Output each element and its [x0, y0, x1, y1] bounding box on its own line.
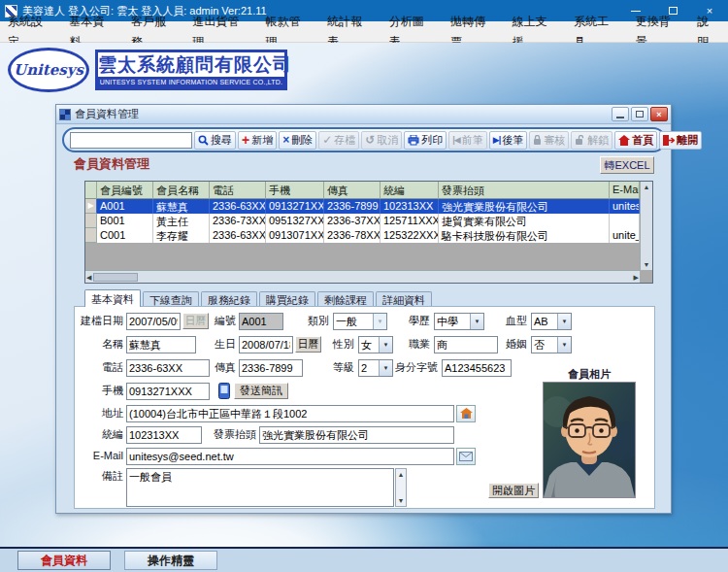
tab-service-records[interactable]: 服務紀錄 — [201, 291, 257, 307]
table-row[interactable]: ▶ A001 蘇慧真 2336-63XX 0913271XXX 2336-789… — [85, 199, 640, 214]
birthday-calendar-button[interactable]: 日曆 — [295, 336, 321, 353]
col-member-name[interactable]: 會員名稱 — [153, 182, 210, 199]
fax-input[interactable] — [239, 359, 303, 377]
cancel-button[interactable]: ↺取消 — [361, 131, 402, 150]
id-number-input[interactable] — [442, 359, 512, 377]
scroll-right-icon[interactable]: ▶ — [634, 272, 639, 283]
blood-type-label: 血型 — [498, 313, 527, 329]
task-operation-wizard[interactable]: 操作精靈 — [124, 551, 217, 570]
page-title: 會員資料管理 — [74, 155, 149, 173]
map-button[interactable] — [456, 405, 476, 422]
scroll-left-icon[interactable]: ◀ — [86, 272, 91, 283]
created-date-input[interactable] — [126, 313, 181, 330]
name-input[interactable] — [126, 336, 196, 353]
cell-fax: 2336-78XX — [324, 228, 381, 243]
company-banner: 雲太系統顧問有限公司 UNITESYS SYSTEM INFORMATION S… — [95, 50, 287, 90]
tax-id-input[interactable] — [126, 426, 202, 444]
lock-icon — [533, 135, 542, 146]
tab-basic-data[interactable]: 基本資料 — [84, 289, 141, 307]
cell-email: unite_sa — [610, 228, 640, 243]
grid-horizontal-scrollbar[interactable]: ◀ ▶ — [85, 270, 640, 283]
child-window-icon — [59, 109, 71, 120]
phone-input[interactable] — [126, 359, 210, 377]
maximize-icon — [636, 111, 644, 118]
invoice-title-input[interactable] — [259, 426, 454, 444]
unlock-button[interactable]: 解鎖 — [571, 131, 612, 150]
exit-button[interactable]: 離開 — [659, 131, 702, 150]
application-window: 美容達人 登入公司: 雲太 登入人員: admin Ver:21.11 × 系統… — [0, 0, 728, 572]
col-invoice-title[interactable]: 發票抬頭 — [439, 182, 610, 199]
photo-caption: 會員相片 — [543, 367, 636, 382]
member-no-label: 編號 — [209, 313, 236, 329]
col-phone[interactable]: 電話 — [210, 182, 266, 199]
gender-value: 女 — [359, 338, 379, 353]
scroll-down-icon[interactable]: ▼ — [644, 259, 650, 270]
col-fax[interactable]: 傳真 — [324, 182, 381, 199]
search-button[interactable]: 搜尋 — [194, 131, 236, 150]
save-label: 存檔 — [334, 133, 355, 148]
education-label: 學歷 — [401, 313, 430, 329]
audit-button[interactable]: 審核 — [529, 131, 569, 150]
child-close-button[interactable]: × — [650, 107, 668, 121]
scrollbar-thumb[interactable] — [93, 273, 138, 282]
print-button[interactable]: 列印 — [404, 131, 447, 150]
table-row[interactable]: B001 黃主任 2336-73XX 0951327XXX 2336-37XX … — [85, 214, 640, 228]
address-input[interactable] — [126, 405, 454, 422]
table-row[interactable]: C001 李存耀 2336-63XX 0913071XXX 2336-78XX … — [85, 228, 640, 243]
scroll-up-icon[interactable]: ▲ — [398, 469, 405, 480]
previous-record-button[interactable]: |◀前筆 — [448, 131, 486, 150]
search-input[interactable] — [70, 132, 192, 149]
birthday-input[interactable] — [239, 336, 293, 353]
save-button[interactable]: ✓存檔 — [318, 131, 359, 150]
delete-button[interactable]: ×刪除 — [279, 131, 316, 150]
chevron-down-icon: ▼ — [470, 314, 483, 329]
scroll-up-icon[interactable]: ▲ — [644, 182, 650, 192]
created-calendar-button[interactable]: 日曆 — [182, 313, 209, 329]
col-tax-id[interactable]: 統編 — [381, 182, 439, 199]
created-date-label: 建檔日期 — [75, 313, 123, 329]
send-email-button[interactable] — [456, 448, 476, 465]
col-member-id[interactable]: 會員編號 — [97, 182, 153, 199]
memo-scrollbar[interactable]: ▲ ▼ — [395, 468, 407, 507]
chevron-down-icon: ▼ — [557, 337, 571, 353]
col-mobile[interactable]: 手機 — [266, 182, 324, 199]
next-record-button[interactable]: ▶|後筆 — [489, 131, 527, 150]
category-select[interactable]: 一般 ▼ — [333, 313, 387, 330]
email-input[interactable] — [126, 448, 454, 465]
occupation-label: 職業 — [401, 336, 430, 353]
child-maximize-button[interactable] — [631, 107, 648, 121]
task-member-data[interactable]: 會員資料 — [17, 551, 111, 570]
search-label: 搜尋 — [211, 133, 232, 148]
gender-select[interactable]: 女 ▼ — [358, 336, 393, 353]
blood-type-select[interactable]: AB ▼ — [531, 313, 572, 330]
education-select[interactable]: 中學 ▼ — [434, 313, 484, 330]
memo-textarea[interactable]: 一般會員 — [126, 468, 394, 507]
home-button[interactable]: 首頁 — [614, 131, 657, 150]
send-sms-button[interactable]: 發送簡訊 — [234, 383, 288, 399]
address-label: 地址 — [75, 405, 123, 421]
marriage-select[interactable]: 否 ▼ — [531, 336, 572, 353]
tab-downline-query[interactable]: 下線查詢 — [143, 291, 199, 307]
scroll-down-icon[interactable]: ▼ — [398, 495, 405, 506]
birthday-label: 生日 — [209, 336, 236, 353]
cell-mobile: 0951327XXX — [266, 214, 324, 228]
cell-tax-id: 125711XXX — [381, 214, 439, 228]
company-name-en: UNITESYS SYSTEM INFORMATION SERVICE CO.,… — [98, 77, 284, 87]
grid-selector-header — [85, 182, 97, 199]
tab-remaining-courses[interactable]: 剩餘課程 — [317, 291, 374, 307]
row-selector — [85, 214, 97, 228]
tab-detail-data[interactable]: 詳細資料 — [376, 291, 432, 307]
grid-vertical-scrollbar[interactable]: ▲ ▼ — [640, 182, 652, 270]
cell-email — [610, 214, 640, 228]
mobile-input[interactable] — [126, 383, 210, 400]
col-email[interactable]: E-Mail — [610, 182, 640, 199]
child-minimize-button[interactable] — [612, 107, 629, 121]
add-button[interactable]: +新增 — [238, 131, 277, 150]
child-titlebar[interactable]: 會員資料管理 × — [56, 105, 671, 124]
cross-icon: × — [282, 134, 289, 146]
cell-phone: 2336-63XX — [210, 228, 266, 243]
open-image-button[interactable]: 開啟圖片 — [488, 483, 539, 498]
export-excel-button[interactable]: 轉EXCEL — [600, 156, 654, 174]
tab-purchase-records[interactable]: 購買紀錄 — [259, 291, 315, 307]
occupation-input[interactable] — [434, 336, 498, 353]
